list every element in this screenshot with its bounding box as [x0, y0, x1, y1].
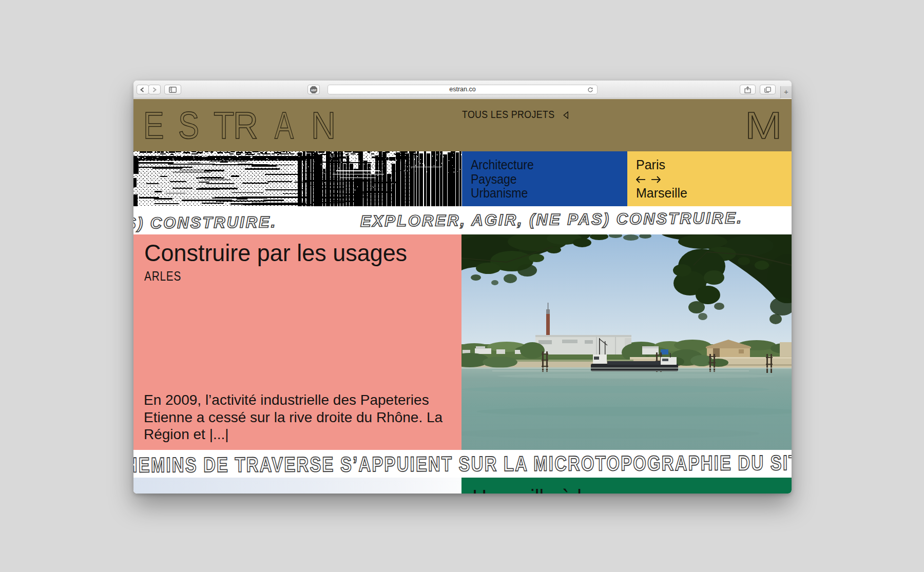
svg-text:ABP: ABP	[311, 89, 317, 92]
